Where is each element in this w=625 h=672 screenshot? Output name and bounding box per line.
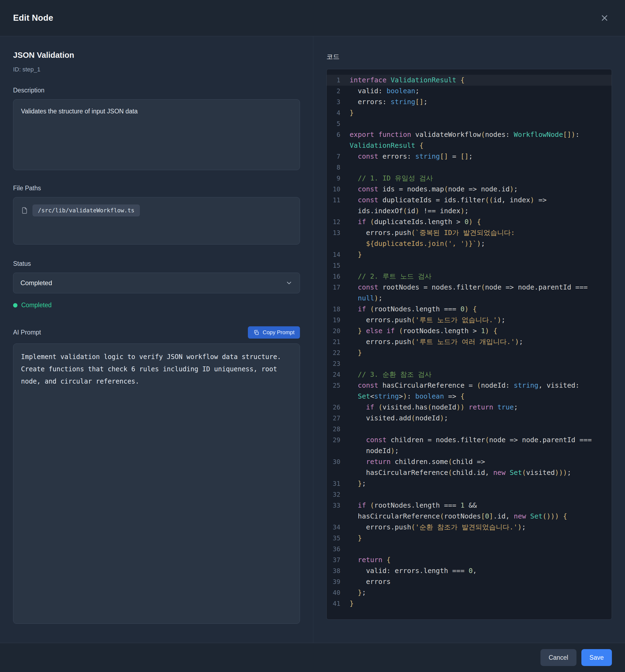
- status-label: Status: [13, 260, 300, 268]
- code-panel-title: 코드: [326, 53, 340, 60]
- code-line: 30 return children.some(child => hasCirc…: [327, 456, 611, 478]
- status-select[interactable]: Completed: [13, 272, 300, 293]
- node-title: JSON Validation: [13, 50, 300, 60]
- line-number: 9: [327, 173, 350, 184]
- file-path-chip: /src/lib/validateWorkflow.ts: [32, 205, 140, 216]
- line-number: 3: [327, 96, 350, 107]
- code-line: 26 if (visited.has(nodeId)) return true;: [327, 402, 611, 413]
- copy-prompt-label: Copy Prompt: [262, 329, 295, 336]
- code-line-text: if (duplicateIds.length > 0) {: [350, 216, 611, 227]
- line-number: 37: [327, 554, 350, 566]
- node-id: ID: step_1: [13, 66, 300, 73]
- code-editor[interactable]: 1interface ValidationResult {2 valid: bo…: [326, 69, 612, 620]
- modal-title: Edit Node: [13, 13, 53, 23]
- ai-prompt-input[interactable]: Implement validation logic to verify JSO…: [13, 343, 300, 624]
- code-line-text: }: [350, 533, 611, 544]
- description-label: Description: [13, 87, 300, 94]
- code-line-text: valid: boolean;: [350, 86, 611, 96]
- line-number: 24: [327, 369, 350, 380]
- node-details-panel: JSON Validation ID: step_1 Description V…: [0, 36, 313, 643]
- code-line-text: return {: [350, 554, 611, 566]
- code-line-text: export function validateWorkflow(nodes: …: [350, 129, 611, 151]
- code-line: 13 errors.push(`중복된 ID가 발견되었습니다: ${dupli…: [327, 227, 611, 249]
- code-line-text: // 1. ID 유일성 검사: [350, 173, 611, 184]
- code-line-text: [350, 162, 611, 173]
- code-line-text: interface ValidationResult {: [350, 75, 611, 86]
- code-line: 6export function validateWorkflow(nodes:…: [327, 129, 611, 151]
- code-line-text: [350, 489, 611, 500]
- code-panel: 코드 1interface ValidationResult {2 valid:…: [313, 36, 625, 643]
- close-button[interactable]: [598, 12, 611, 24]
- code-line-text: }: [350, 347, 611, 358]
- code-line: 10 const ids = nodes.map(node => node.id…: [327, 184, 611, 195]
- status-badge: Completed: [13, 302, 300, 309]
- code-line: 28: [327, 424, 611, 435]
- code-line-text: }: [350, 598, 611, 609]
- line-number: 35: [327, 533, 350, 544]
- code-line-text: if (visited.has(nodeId)) return true;: [350, 402, 611, 413]
- line-number: 6: [327, 129, 350, 151]
- line-number: 8: [327, 162, 350, 173]
- line-number: 27: [327, 413, 350, 424]
- copy-prompt-button[interactable]: Copy Prompt: [248, 326, 300, 339]
- file-paths-box: /src/lib/validateWorkflow.ts: [13, 197, 300, 244]
- line-number: 33: [327, 500, 350, 522]
- code-line: 36: [327, 544, 611, 554]
- code-line-text: // 2. 루트 노드 검사: [350, 271, 611, 282]
- line-number: 1: [327, 75, 350, 86]
- code-line: 14 }: [327, 249, 611, 260]
- status-badge-label: Completed: [21, 302, 51, 309]
- line-number: 21: [327, 336, 350, 347]
- save-button[interactable]: Save: [581, 649, 612, 666]
- code-line: 9 // 1. ID 유일성 검사: [327, 173, 611, 184]
- code-line: 41}: [327, 598, 611, 609]
- modal-footer: Cancel Save: [0, 643, 625, 672]
- code-line: 23: [327, 358, 611, 369]
- code-line-text: [350, 544, 611, 554]
- code-line-text: visited.add(nodeId);: [350, 413, 611, 424]
- code-line: 29 const children = nodes.filter(node =>…: [327, 435, 611, 456]
- modal-header: Edit Node: [0, 0, 625, 36]
- cancel-button[interactable]: Cancel: [540, 649, 576, 666]
- code-lines: 1interface ValidationResult {2 valid: bo…: [327, 75, 611, 609]
- file-path-row: /src/lib/validateWorkflow.ts: [21, 205, 292, 216]
- edit-node-modal: Edit Node JSON Validation ID: step_1 Des…: [0, 0, 625, 672]
- line-number: 4: [327, 107, 350, 118]
- line-number: 30: [327, 456, 350, 478]
- code-line: 1interface ValidationResult {: [327, 75, 611, 86]
- line-number: 41: [327, 598, 350, 609]
- code-line-text: const rootNodes = nodes.filter(node => n…: [350, 282, 611, 304]
- code-line-text: errors.push('순환 참조가 발견되었습니다.');: [350, 522, 611, 533]
- code-line-text: return children.some(child => hasCircula…: [350, 456, 611, 478]
- line-number: 16: [327, 271, 350, 282]
- code-line: 34 errors.push('순환 참조가 발견되었습니다.');: [327, 522, 611, 533]
- line-number: 22: [327, 347, 350, 358]
- line-number: 32: [327, 489, 350, 500]
- code-line-text: const ids = nodes.map(node => node.id);: [350, 184, 611, 195]
- code-line: 39 errors: [327, 576, 611, 587]
- line-number: 29: [327, 435, 350, 456]
- code-line-text: errors: string[];: [350, 96, 611, 107]
- code-line-text: };: [350, 478, 611, 489]
- code-line: 18 if (rootNodes.length === 0) {: [327, 304, 611, 315]
- line-number: 11: [327, 195, 350, 216]
- code-line-text: } else if (rootNodes.length > 1) {: [350, 326, 611, 336]
- code-line-text: const hasCircularReference = (nodeId: st…: [350, 380, 611, 402]
- code-line: 27 visited.add(nodeId);: [327, 413, 611, 424]
- code-line: 12 if (duplicateIds.length > 0) {: [327, 216, 611, 227]
- description-input[interactable]: Validates the structure of input JSON da…: [13, 99, 300, 170]
- line-number: 12: [327, 216, 350, 227]
- code-line-text: };: [350, 587, 611, 598]
- line-number: 2: [327, 86, 350, 96]
- code-line-text: [350, 118, 611, 129]
- line-number: 26: [327, 402, 350, 413]
- code-line: 15: [327, 260, 611, 271]
- code-line: 21 errors.push('루트 노드가 여러 개입니다.');: [327, 336, 611, 347]
- line-number: 15: [327, 260, 350, 271]
- code-line: 19 errors.push('루트 노드가 없습니다.');: [327, 315, 611, 326]
- line-number: 20: [327, 326, 350, 336]
- line-number: 31: [327, 478, 350, 489]
- line-number: 23: [327, 358, 350, 369]
- code-line-text: [350, 260, 611, 271]
- line-number: 25: [327, 380, 350, 402]
